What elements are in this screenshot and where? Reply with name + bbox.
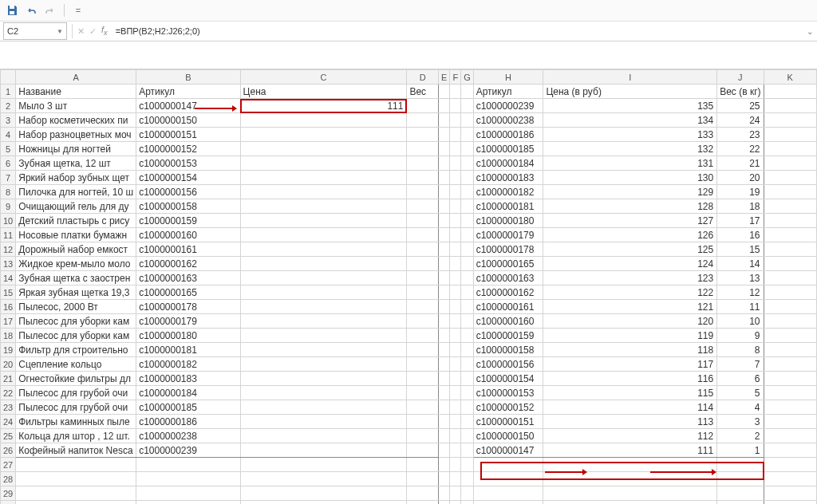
cell[interactable] — [461, 400, 474, 415]
row-header-29[interactable]: 29 — [1, 486, 16, 501]
cell[interactable] — [764, 99, 816, 113]
cell[interactable] — [764, 400, 816, 415]
cell[interactable] — [439, 458, 450, 472]
cell[interactable] — [407, 128, 439, 142]
cell[interactable] — [450, 128, 461, 142]
cell[interactable]: 23 — [717, 128, 764, 142]
cell[interactable]: 116 — [543, 372, 717, 386]
cell[interactable] — [764, 343, 816, 357]
cell[interactable]: 119 — [543, 329, 717, 343]
cell[interactable] — [764, 443, 816, 458]
cell[interactable] — [439, 85, 450, 99]
cell[interactable]: с1000000163 — [136, 271, 240, 285]
cell[interactable] — [240, 400, 407, 415]
cell[interactable]: 12 — [717, 285, 764, 300]
cell[interactable] — [439, 386, 450, 400]
cell[interactable]: Сцепление кольцо — [16, 357, 136, 372]
cell[interactable]: 126 — [543, 228, 717, 242]
cell[interactable]: 132 — [543, 142, 717, 156]
cell[interactable]: с1000000165 — [473, 257, 543, 271]
row-header-9[interactable]: 9 — [1, 199, 16, 214]
cell[interactable]: Пылесос, 2000 Вт — [16, 300, 136, 314]
cell[interactable]: с1000000150 — [473, 429, 543, 443]
cell[interactable] — [461, 386, 474, 400]
cell[interactable] — [450, 199, 461, 214]
cell[interactable] — [439, 285, 450, 300]
cell[interactable] — [461, 113, 474, 128]
cell[interactable]: Зубная щетка, 12 шт — [16, 156, 136, 171]
row-header-21[interactable]: 21 — [1, 372, 16, 386]
accept-icon[interactable]: ✓ — [89, 26, 97, 37]
cell[interactable]: с1000000159 — [473, 329, 543, 343]
cell[interactable]: Пылесос для грубой очи — [16, 386, 136, 400]
cell[interactable]: Ножницы для ногтей — [16, 142, 136, 156]
cell[interactable] — [473, 486, 543, 501]
cell[interactable] — [764, 171, 816, 185]
cell[interactable] — [240, 300, 407, 314]
cell[interactable] — [764, 199, 816, 214]
cell[interactable]: 124 — [543, 257, 717, 271]
cell[interactable]: Жидкое крем-мыло моло — [16, 257, 136, 271]
cell[interactable]: 5 — [717, 386, 764, 400]
row-header-25[interactable]: 25 — [1, 429, 16, 443]
cell[interactable] — [461, 458, 474, 472]
cell[interactable] — [461, 357, 474, 372]
cell[interactable]: 24 — [717, 113, 764, 128]
cell[interactable] — [764, 185, 816, 199]
row-header-16[interactable]: 16 — [1, 300, 16, 314]
cell[interactable] — [450, 242, 461, 257]
cell[interactable]: с1000000151 — [473, 415, 543, 429]
cell[interactable] — [240, 199, 407, 214]
cell[interactable] — [764, 142, 816, 156]
cell[interactable] — [450, 142, 461, 156]
cell[interactable] — [439, 113, 450, 128]
col-header-D[interactable]: D — [407, 70, 439, 85]
cell[interactable] — [764, 228, 816, 242]
cell[interactable]: 128 — [543, 199, 717, 214]
cell[interactable] — [240, 285, 407, 300]
cell[interactable] — [407, 242, 439, 257]
cell[interactable]: с1000000150 — [136, 113, 240, 128]
cell[interactable]: Вес — [407, 85, 439, 99]
row-header-15[interactable]: 15 — [1, 285, 16, 300]
col-header-I[interactable]: I — [543, 70, 717, 85]
row-header-19[interactable]: 19 — [1, 343, 16, 357]
cell[interactable]: с1000000239 — [136, 443, 240, 458]
cell[interactable] — [439, 271, 450, 285]
cell[interactable]: с1000000156 — [136, 185, 240, 199]
cell[interactable] — [240, 142, 407, 156]
cell[interactable] — [439, 300, 450, 314]
cell[interactable]: с1000000153 — [473, 386, 543, 400]
cell[interactable]: 133 — [543, 128, 717, 142]
cell[interactable]: с1000000158 — [136, 199, 240, 214]
cell[interactable] — [407, 171, 439, 185]
cell[interactable] — [461, 429, 474, 443]
cell[interactable] — [136, 486, 240, 501]
cell[interactable] — [461, 257, 474, 271]
cell[interactable]: с1000000180 — [473, 214, 543, 228]
row-header-27[interactable]: 27 — [1, 458, 16, 472]
cell[interactable] — [764, 472, 816, 486]
cell[interactable]: 130 — [543, 171, 717, 185]
row-header-7[interactable]: 7 — [1, 171, 16, 185]
cell[interactable] — [439, 415, 450, 429]
cell[interactable]: 135 — [543, 99, 717, 113]
cell[interactable] — [439, 343, 450, 357]
cell[interactable] — [407, 458, 439, 472]
cell[interactable]: с1000000158 — [473, 343, 543, 357]
cell[interactable] — [240, 228, 407, 242]
cell[interactable] — [450, 171, 461, 185]
cell[interactable] — [461, 486, 474, 501]
row-header-8[interactable]: 8 — [1, 185, 16, 199]
cell[interactable] — [407, 429, 439, 443]
cell[interactable]: Носовые платки бумажн — [16, 228, 136, 242]
cell[interactable]: с1000000162 — [473, 285, 543, 300]
cell[interactable] — [450, 228, 461, 242]
cell[interactable] — [450, 472, 461, 486]
cell[interactable] — [136, 472, 240, 486]
cell[interactable] — [240, 343, 407, 357]
cell[interactable] — [450, 285, 461, 300]
cell[interactable]: с1000000182 — [136, 357, 240, 372]
formula-input[interactable]: =ВПР(B2;H2:J26;2;0) — [112, 23, 803, 39]
cell[interactable]: 20 — [717, 171, 764, 185]
